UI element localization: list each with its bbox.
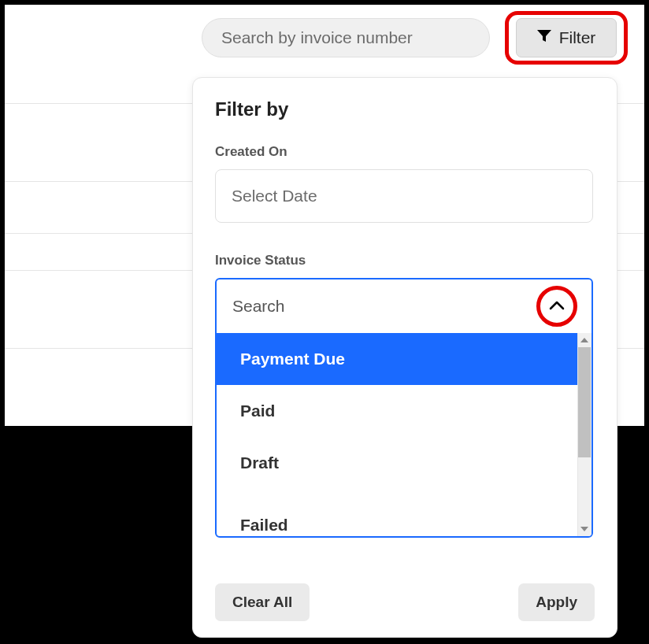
triangle-down-icon: [580, 527, 588, 531]
dropdown-search-placeholder: Search: [232, 297, 285, 316]
option-failed[interactable]: Failed: [217, 489, 577, 536]
search-input[interactable]: Search by invoice number: [202, 18, 490, 57]
dropdown-options-list: Payment Due Paid Draft Failed: [217, 333, 592, 536]
option-payment-due[interactable]: Payment Due: [217, 333, 577, 385]
scrollbar-track: [577, 333, 592, 536]
invoice-status-label: Invoice Status: [215, 253, 595, 268]
option-paid[interactable]: Paid: [217, 385, 577, 437]
dropdown-collapse-button[interactable]: [538, 287, 576, 325]
scrollbar-thumb[interactable]: [578, 347, 591, 457]
created-on-placeholder: Select Date: [232, 187, 317, 205]
filter-panel: Filter by Created On Select Date Invoice…: [192, 77, 617, 638]
apply-button[interactable]: Apply: [518, 583, 595, 621]
chevron-up-icon: [549, 299, 565, 313]
clear-all-button[interactable]: Clear All: [215, 583, 310, 621]
filter-button-label: Filter: [559, 28, 596, 47]
scrollbar-up-button[interactable]: [577, 333, 592, 347]
created-on-input[interactable]: Select Date: [215, 169, 593, 223]
option-draft[interactable]: Draft: [217, 437, 577, 489]
dropdown-search-input[interactable]: Search: [217, 279, 592, 333]
search-placeholder: Search by invoice number: [221, 28, 413, 47]
filter-panel-footer: Clear All Apply: [215, 583, 595, 621]
invoice-status-dropdown: Search Payment Due Paid Draft Failed: [215, 278, 593, 538]
filter-button[interactable]: Filter: [516, 18, 617, 57]
triangle-up-icon: [580, 338, 588, 342]
scrollbar-down-button[interactable]: [577, 522, 592, 536]
filter-panel-title: Filter by: [215, 98, 595, 120]
created-on-label: Created On: [215, 144, 595, 160]
filter-icon: [537, 30, 551, 46]
